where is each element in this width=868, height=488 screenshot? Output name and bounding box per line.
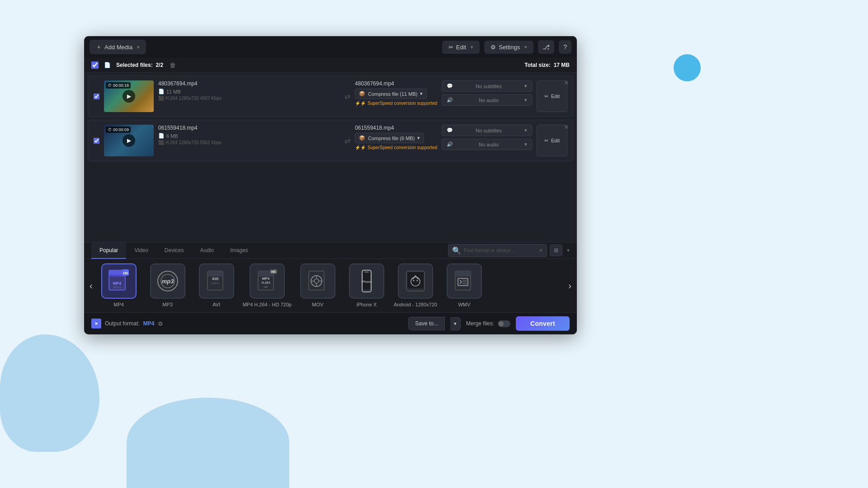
format-panel-collapse-icon[interactable]: ▾ bbox=[567, 247, 570, 253]
file1-convert-arrow: ⇄ bbox=[344, 80, 350, 112]
output-format-icon: ▶ bbox=[91, 319, 101, 328]
mp3-icon: mp3 bbox=[155, 268, 180, 294]
save-to-arrow-button[interactable]: ▾ bbox=[450, 317, 461, 330]
file1-play-button[interactable]: ▶ bbox=[123, 90, 135, 103]
file2-subtitle-dropdown[interactable]: 💬 No subtitles ▾ bbox=[442, 125, 532, 136]
app-window: ＋ Add Media ▾ ✂ Edit ▾ ⚙ Settings ▾ ⎇ ? … bbox=[84, 36, 577, 334]
file1-output-name: 480367694.mp4 bbox=[355, 80, 437, 87]
android-icon-wrap bbox=[398, 263, 433, 299]
android-icon bbox=[403, 268, 428, 294]
mov-icon bbox=[305, 268, 330, 294]
svg-text:VIDEO: VIDEO bbox=[211, 282, 219, 285]
format-next-button[interactable]: › bbox=[565, 281, 575, 290]
file2-checkbox[interactable] bbox=[94, 138, 99, 144]
svg-text:VIDEO: VIDEO bbox=[113, 286, 121, 289]
format-card-android[interactable]: Android - 1280x720 bbox=[393, 263, 438, 308]
avi-icon-wrap: AVI VIDEO bbox=[199, 263, 234, 299]
merge-files-label: Merge files: bbox=[466, 320, 494, 327]
iphone-icon-wrap: iPhone bbox=[349, 263, 384, 299]
svg-text:HD: HD bbox=[271, 270, 276, 273]
file1-info: 480367694.mp4 📄 11 MB ⬛ H.264 1280x720 4… bbox=[158, 80, 340, 112]
format-panel: Popular Video Devices Audio Images 🔍 ✕ ⊞… bbox=[84, 242, 577, 312]
file2-audio-dropdown[interactable]: 🔊 No audio ▾ bbox=[442, 139, 532, 150]
file1-close-button[interactable]: ✕ bbox=[564, 80, 569, 86]
select-all-checkbox[interactable] bbox=[91, 61, 99, 69]
format-search: 🔍 ✕ ⊞ ▾ bbox=[448, 244, 570, 257]
mp4hd-label: MP4 H.264 - HD 720p bbox=[243, 301, 292, 308]
tab-popular[interactable]: Popular bbox=[91, 243, 126, 259]
file2-size: 📄 6 MB bbox=[158, 133, 340, 139]
format-card-mp4hd[interactable]: MP4 H.264 HD HD MP4 H.264 - HD 720p bbox=[243, 263, 292, 308]
file1-duration: ⏱ 00:00:18 bbox=[106, 82, 131, 89]
file1-audio-dropdown[interactable]: 🔊 No audio ▾ bbox=[442, 94, 532, 106]
add-media-label: Add Media bbox=[104, 44, 132, 51]
share-icon: ⎇ bbox=[542, 43, 550, 51]
tab-images[interactable]: Images bbox=[222, 243, 256, 259]
output-format-label: Output format: bbox=[105, 320, 140, 327]
toolbar: ＋ Add Media ▾ ✂ Edit ▾ ⚙ Settings ▾ ⎇ ? bbox=[84, 36, 577, 58]
file1-compress-dropdown[interactable]: 📦 Compress file (11 MB) ▾ bbox=[355, 89, 427, 99]
svg-rect-38 bbox=[455, 271, 471, 277]
total-size: Total size: 17 MB bbox=[524, 62, 570, 68]
svg-rect-11 bbox=[208, 271, 223, 277]
mp3-label: MP3 bbox=[162, 301, 173, 308]
format-card-mp4[interactable]: MP4 VIDEO HD MP4 bbox=[96, 263, 142, 308]
file2-duration: ⏱ 00:00:09 bbox=[106, 127, 131, 133]
merge-files: Merge files: bbox=[466, 320, 510, 327]
file2-subtitle-audio: 💬 No subtitles ▾ 🔊 No audio ▾ bbox=[442, 125, 532, 156]
settings-button[interactable]: ⚙ Settings ▾ bbox=[484, 41, 533, 54]
file-item: ✕ ⏱ 00:00:18 ▶ 480367694.mp4 📄 bbox=[88, 75, 573, 117]
format-grid: MP4 VIDEO HD MP4 mp3 bbox=[96, 263, 565, 308]
bg-blob-left bbox=[0, 334, 99, 452]
mov-icon-wrap bbox=[300, 263, 335, 299]
svg-text:mp3: mp3 bbox=[161, 278, 174, 285]
tab-video[interactable]: Video bbox=[126, 243, 156, 259]
tab-devices[interactable]: Devices bbox=[156, 243, 192, 259]
file2-convert-arrow: ⇄ bbox=[344, 125, 350, 156]
file1-subtitle-audio: 💬 No subtitles ▾ 🔊 No audio ▾ bbox=[442, 80, 532, 112]
file2-info: 061559418.mp4 📄 6 MB ⬛ H.264 1280x720 55… bbox=[158, 125, 340, 156]
wmv-icon-wrap bbox=[447, 263, 482, 299]
question-icon: ? bbox=[563, 43, 567, 51]
file2-edit-button[interactable]: ✂ Edit bbox=[537, 125, 567, 156]
share-button[interactable]: ⎇ bbox=[538, 40, 554, 54]
file1-thumbnail: ⏱ 00:00:18 ▶ bbox=[104, 80, 154, 112]
format-card-mov[interactable]: MOV bbox=[295, 263, 340, 308]
help-button[interactable]: ? bbox=[559, 40, 571, 54]
format-search-input[interactable] bbox=[464, 248, 536, 253]
svg-text:iPhone: iPhone bbox=[361, 280, 372, 283]
file2-play-button[interactable]: ▶ bbox=[123, 134, 135, 147]
file1-output: 480367694.mp4 📦 Compress file (11 MB) ▾ … bbox=[355, 80, 437, 112]
output-settings-button[interactable]: ⚙ bbox=[158, 320, 163, 327]
format-card-wmv[interactable]: WMV bbox=[442, 263, 487, 308]
file1-edit-button[interactable]: ✂ Edit bbox=[537, 80, 567, 112]
edit-button[interactable]: ✂ Edit ▾ bbox=[442, 41, 480, 54]
save-to-button[interactable]: Save to... bbox=[408, 317, 445, 330]
file2-compress-dropdown[interactable]: 📦 Compress file (6 MB) ▾ bbox=[355, 133, 424, 143]
file2-codec: ⬛ H.264 1280x720 5562 Kbps bbox=[158, 140, 340, 145]
file2-output: 061559418.mp4 📦 Compress file (6 MB) ▾ ⚡… bbox=[355, 125, 437, 156]
selected-count: 2/2 bbox=[156, 62, 163, 68]
file2-close-button[interactable]: ✕ bbox=[564, 124, 569, 130]
file-icon: 📄 bbox=[104, 62, 111, 68]
format-prev-button[interactable]: ‹ bbox=[86, 281, 96, 290]
save-to-dropdown-icon: ▾ bbox=[454, 321, 457, 326]
svg-text:AVI: AVI bbox=[212, 277, 218, 281]
format-card-iphone[interactable]: iPhone iPhone X bbox=[344, 263, 389, 308]
plus-icon: ＋ bbox=[96, 43, 102, 51]
format-card-mp3[interactable]: mp3 MP3 bbox=[145, 263, 190, 308]
add-media-button[interactable]: ＋ Add Media ▾ bbox=[90, 40, 146, 54]
search-clear-button[interactable]: ✕ bbox=[539, 248, 543, 253]
wmv-icon bbox=[452, 268, 477, 294]
tab-audio[interactable]: Audio bbox=[192, 243, 222, 259]
bg-blob-bottom bbox=[127, 398, 289, 488]
screen-capture-button[interactable]: ⊞ bbox=[550, 244, 562, 256]
file1-name: 480367694.mp4 bbox=[158, 80, 198, 87]
delete-button[interactable]: 🗑 bbox=[170, 61, 176, 69]
svg-text:H.264: H.264 bbox=[261, 281, 270, 284]
convert-button[interactable]: Convert bbox=[516, 316, 570, 331]
format-card-avi[interactable]: AVI VIDEO AVI bbox=[194, 263, 239, 308]
file1-checkbox[interactable] bbox=[94, 94, 99, 99]
file1-subtitle-dropdown[interactable]: 💬 No subtitles ▾ bbox=[442, 80, 532, 92]
merge-files-toggle[interactable] bbox=[498, 320, 510, 327]
